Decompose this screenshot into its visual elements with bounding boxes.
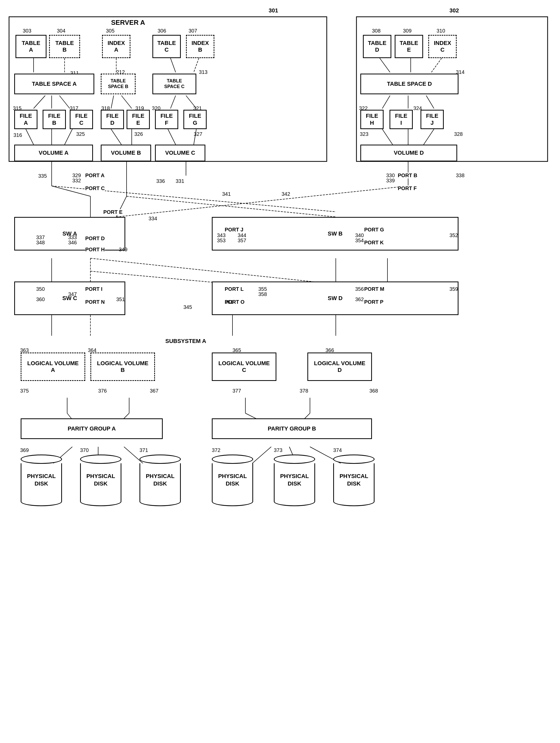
num-373: 373 — [274, 447, 282, 453]
table-c-box: TABLEC — [153, 35, 181, 58]
num-336: 336 — [156, 178, 165, 184]
physical-disk-6: PHYSICALDISK — [333, 454, 375, 506]
port-f-label: PORT F — [398, 185, 417, 191]
num-304: 304 — [57, 28, 66, 34]
svg-line-29 — [424, 129, 434, 145]
num-316: 316 — [13, 132, 22, 138]
svg-line-38 — [127, 196, 336, 217]
physical-disk-2: PHYSICALDISK — [80, 454, 121, 506]
num-335: 335 — [38, 173, 47, 179]
index-b-box: INDEXB — [186, 35, 214, 58]
num-303: 303 — [23, 28, 31, 34]
svg-line-23 — [431, 58, 442, 72]
server-a-label: SERVER A — [111, 18, 145, 27]
svg-line-62 — [251, 447, 271, 465]
volume-c-box: VOLUME C — [155, 145, 205, 162]
table-a-box: TABLEA — [15, 35, 46, 58]
num-368: 368 — [370, 388, 378, 394]
table-d-box: TABLED — [363, 35, 391, 58]
file-h-box: FILEH — [360, 110, 384, 129]
num-354: 354 — [355, 237, 364, 244]
num-362: 362 — [355, 297, 364, 302]
logical-volume-d: LOGICAL VOLUMED — [307, 352, 372, 381]
logical-volume-c: LOGICAL VOLUMEC — [212, 352, 276, 381]
ref-301: 301 — [269, 7, 278, 14]
sw-c-box: SW C — [14, 281, 125, 315]
svg-line-15 — [170, 58, 176, 72]
port-m-label: PORT M — [364, 286, 384, 292]
num-325: 325 — [76, 131, 85, 137]
svg-line-11 — [111, 95, 114, 108]
num-369: 369 — [20, 447, 29, 453]
num-351: 351 — [116, 297, 125, 302]
num-326: 326 — [134, 131, 143, 137]
svg-line-19 — [168, 129, 176, 145]
port-p-label: PORT P — [364, 299, 383, 305]
num-341: 341 — [222, 191, 231, 197]
sw-b-box: SW B — [212, 217, 459, 251]
svg-line-27 — [382, 129, 393, 145]
num-308: 308 — [372, 28, 381, 34]
volume-b-box: VOLUME B — [101, 145, 151, 162]
port-g-label: PORT G — [364, 227, 384, 233]
num-375: 375 — [20, 388, 29, 394]
num-370: 370 — [80, 447, 89, 453]
file-j-box: FILEJ — [421, 110, 444, 129]
sw-d-box: SW D — [212, 281, 459, 315]
num-349: 349 — [119, 247, 127, 253]
num-307: 307 — [188, 28, 197, 34]
port-b-label: PORT B — [398, 173, 418, 178]
num-306: 306 — [158, 28, 166, 34]
num-323: 323 — [360, 131, 368, 137]
port-a-label: PORT A — [85, 173, 104, 178]
num-332: 332 — [72, 178, 81, 184]
ref-302: 302 — [449, 7, 459, 14]
port-c-label: PORT C — [85, 185, 105, 191]
logical-volume-b: LOGICAL VOLUMEB — [90, 352, 155, 381]
table-space-b: TABLESPACE B — [101, 74, 136, 94]
port-n-label: PORT N — [85, 299, 105, 305]
table-space-c: TABLESPACE C — [153, 74, 196, 94]
num-345: 345 — [183, 304, 192, 310]
num-353: 353 — [217, 237, 225, 244]
diagram: 301 302 SERVER A 303 304 305 306 307 TAB… — [0, 0, 560, 743]
file-a-box: FILEA — [14, 110, 37, 129]
num-358: 358 — [258, 291, 267, 297]
file-f-box: FILEF — [155, 110, 178, 129]
volume-d-box: VOLUME D — [360, 145, 457, 162]
num-339: 339 — [386, 178, 395, 184]
num-310: 310 — [436, 28, 445, 34]
svg-line-6 — [59, 95, 70, 108]
physical-disk-5: PHYSICALDISK — [274, 454, 315, 506]
svg-line-16 — [194, 58, 199, 72]
num-346: 346 — [68, 239, 77, 246]
svg-line-26 — [426, 95, 434, 108]
port-k-label: PORT K — [364, 239, 384, 246]
num-328: 328 — [454, 131, 463, 137]
table-b-box: TABLEB — [49, 35, 80, 58]
num-348: 348 — [36, 239, 45, 246]
svg-line-9 — [64, 129, 72, 145]
num-309: 309 — [403, 28, 412, 34]
num-371: 371 — [139, 447, 148, 453]
num-338: 338 — [456, 173, 465, 178]
port-d-label: PORT D — [85, 235, 105, 242]
index-c-box: INDEXC — [428, 35, 457, 58]
num-376: 376 — [98, 388, 107, 394]
subsystem-a-label: SUBSYSTEM A — [165, 338, 206, 345]
num-347: 347 — [68, 291, 77, 297]
num-367: 367 — [150, 388, 158, 394]
num-374: 374 — [333, 447, 342, 453]
svg-line-12 — [121, 95, 132, 108]
logical-volume-a: LOGICAL VOLUMEA — [21, 352, 85, 381]
file-e-box: FILEE — [127, 110, 150, 129]
physical-disk-3: PHYSICALDISK — [139, 454, 181, 506]
parity-group-a: PARITY GROUP A — [21, 419, 163, 439]
svg-line-31 — [52, 186, 90, 196]
svg-line-21 — [380, 58, 390, 72]
num-350: 350 — [36, 286, 45, 292]
num-327: 327 — [194, 131, 202, 137]
table-space-d: TABLE SPACE D — [360, 74, 459, 94]
port-l-label: PORT L — [225, 286, 244, 292]
file-d-box: FILED — [101, 110, 124, 129]
